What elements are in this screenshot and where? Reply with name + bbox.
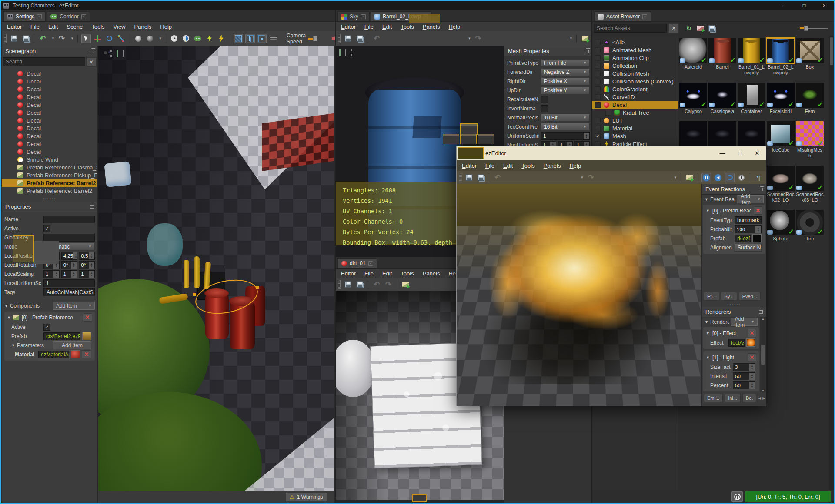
export-run-icon[interactable] (205, 34, 214, 43)
float-panel-icon[interactable] (759, 188, 763, 191)
toolbar-grip[interactable] (4, 34, 7, 43)
checkbox[interactable] (595, 102, 601, 108)
asset-type-collision-mesh[interactable]: Collision Mesh (592, 70, 678, 77)
menu-panels[interactable]: Panels (423, 270, 440, 277)
asset-type-collection[interactable]: Collection (592, 62, 678, 70)
checkbox[interactable] (595, 118, 601, 123)
tab-dirt-01[interactable]: dirt_01 × (337, 258, 377, 268)
group-header[interactable]: ▼ [1] - Light ✕ (704, 352, 758, 362)
camera-icon[interactable] (339, 50, 341, 56)
save-icon[interactable] (464, 173, 474, 182)
close-icon[interactable]: ✕ (748, 147, 766, 159)
loop-icon[interactable] (725, 173, 735, 182)
asset-type-collision-mesh-convex-[interactable]: Collision Mesh (Convex) (592, 77, 678, 85)
spinner-localposition[interactable]: 4.25▲▼ (61, 252, 77, 260)
float-panel-icon[interactable] (585, 50, 589, 53)
asset-thumb-icecube[interactable]: ✓IceCube (767, 121, 795, 159)
add-parameter-button[interactable]: Add Item (53, 341, 91, 349)
menu-tools[interactable]: Tools (521, 162, 534, 169)
remove-icon[interactable]: ✕ (748, 329, 756, 337)
checkbox[interactable] (595, 94, 601, 100)
asset-thumb-scannedrock03_lq[interactable]: ✓ScannedRock03_LQ (796, 166, 824, 203)
scenegraph-item[interactable]: Decal (2, 93, 97, 101)
menu-file[interactable]: File (485, 162, 494, 169)
checkbox-active[interactable]: ✓ (43, 225, 50, 232)
menu-file[interactable]: File (30, 23, 40, 30)
spinner-localscaling[interactable]: 1▲▼ (79, 270, 95, 278)
material-asset-field[interactable]: ezMaterialAsset (38, 351, 69, 358)
dropdown-updir[interactable]: Positive Y▼ (541, 86, 590, 94)
checkbox[interactable] (605, 110, 611, 116)
dropdown-forwarddir[interactable]: Negative Z▼ (541, 68, 590, 76)
asset-thumb-excelsiorii[interactable]: ✓ExcelsiorII (767, 83, 795, 114)
scroll-up-icon[interactable]: ▲ (762, 317, 765, 320)
asset-thumb-asteroid[interactable]: ✓Asteroid (679, 38, 707, 76)
group-header[interactable]: ▼ [0] - Prefab Reaction ✕ (704, 206, 764, 216)
menu-tools[interactable]: Tools (401, 270, 414, 277)
spinner-arrows[interactable]: ▲▼ (749, 382, 755, 389)
menu-help[interactable]: Help (160, 23, 172, 30)
dropdown-rightdir[interactable]: Positive X▼ (541, 77, 590, 85)
scenegraph-item[interactable]: Decal (2, 116, 97, 124)
scroll-right-icon[interactable]: ▶ (763, 396, 765, 400)
prefab-thumb-button[interactable] (82, 332, 91, 340)
effect-asset-field[interactable]: fectAsset (728, 339, 745, 347)
scenegraph-item[interactable]: Prefab Reference: Plasma_S... (2, 163, 97, 171)
checkbox-invertnorma[interactable] (541, 105, 548, 112)
save-all-icon[interactable] (21, 34, 30, 43)
checkbox[interactable] (595, 40, 601, 45)
menu-edit[interactable]: Edit (382, 23, 392, 30)
collapse-icon[interactable]: ▼ (4, 304, 8, 308)
scenegraph-item[interactable]: Decal (2, 140, 97, 148)
time-scale-icon[interactable] (737, 173, 746, 182)
asset-thumb-cassiopeia[interactable]: ✓Cassiopeia (708, 83, 736, 114)
menu-editor[interactable]: Editor (341, 23, 356, 30)
spinner-localscaling[interactable]: 1▲▼ (61, 270, 77, 278)
asset-type--all-[interactable]: <All> (592, 38, 678, 46)
group-header[interactable]: ▼ [0] - Effect ✕ (704, 328, 758, 338)
asset-thumb-barrel_01_lowpoly[interactable]: ✓Barrel_01_Lowpoly (738, 38, 765, 76)
asset-thumb-calypso[interactable]: ✓Calypso (679, 83, 707, 114)
asset-type-lut[interactable]: LUT (592, 116, 678, 124)
menu-help[interactable]: Help (448, 23, 460, 30)
menu-panels[interactable]: Panels (423, 23, 440, 30)
remove-icon[interactable]: ✕ (754, 206, 762, 215)
simulate-icon[interactable] (181, 34, 191, 43)
spinner-intensit[interactable]: 50▲▼ (733, 372, 755, 380)
export-asset-icon[interactable] (401, 280, 410, 289)
fullscreen-icon[interactable] (351, 50, 352, 56)
tab-sky[interactable]: Sky × (337, 11, 370, 21)
menu-edit[interactable]: Edit (48, 23, 58, 30)
grid-toggle-icon[interactable] (234, 34, 243, 43)
translate-tool-icon[interactable] (93, 34, 103, 43)
remove-parameter-icon[interactable]: ✕ (82, 350, 91, 358)
checkbox[interactable] (595, 86, 601, 92)
rotate-tool-icon[interactable] (105, 34, 114, 43)
splitter-handle[interactable]: •••••• (702, 303, 766, 307)
undo-icon[interactable]: ↶ (372, 280, 381, 289)
asset-thumb-barrel_02_lowpoly[interactable]: ✓Barrel_02_Lowpoly (767, 38, 795, 76)
field-prefab[interactable]: rk.ezPrefab (735, 235, 751, 242)
collapse-icon[interactable]: ▼ (706, 209, 710, 213)
asset-thumb-container[interactable]: ✓Container (738, 83, 765, 114)
field-name[interactable] (43, 216, 95, 223)
spinner-localposition[interactable]: 0.5▲▼ (79, 252, 95, 260)
spinner-arrows[interactable]: ▲▼ (89, 271, 94, 278)
active-checkbox[interactable]: ✓ (43, 324, 50, 331)
close-icon[interactable]: × (81, 14, 86, 19)
collapse-icon[interactable]: ▼ (705, 320, 708, 324)
grid-icon[interactable] (123, 50, 124, 56)
menu-editor[interactable]: Editor (7, 23, 22, 30)
asset-type-colorgradient[interactable]: ColorGradient (592, 85, 678, 93)
scrollbar-thumb[interactable] (761, 345, 765, 365)
save-all-icon[interactable] (355, 280, 364, 289)
spinner-arrows[interactable]: ▲▼ (749, 373, 755, 380)
field-eventtyp[interactable]: burnmark (735, 216, 762, 224)
scale-tool-icon[interactable] (117, 34, 126, 43)
run-icon[interactable] (217, 34, 226, 43)
menu-panels[interactable]: Panels (134, 23, 152, 30)
scenegraph-item[interactable]: Simple Wind (2, 156, 97, 163)
scenegraph-item[interactable]: Decal (2, 101, 97, 109)
floating-titlebar[interactable]: ezEditor — □ ✕ (457, 146, 766, 160)
menu-help[interactable]: Help (569, 162, 581, 169)
